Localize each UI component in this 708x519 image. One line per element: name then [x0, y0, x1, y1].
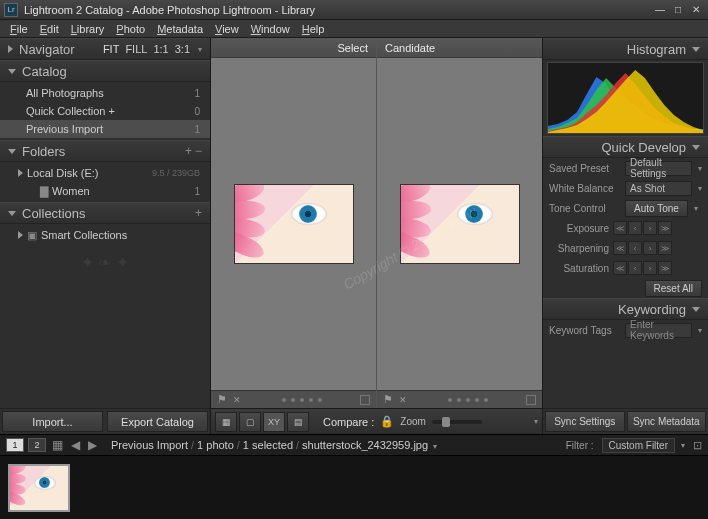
- select-image: [234, 184, 354, 264]
- ornament-icon: ✦ ❧ ✦: [0, 250, 210, 274]
- collection-item[interactable]: ▣ Smart Collections: [0, 226, 210, 244]
- exposure-steppers[interactable]: ≪‹›≫: [613, 221, 672, 235]
- collections-title: Collections: [22, 206, 195, 221]
- chevron-down-icon[interactable]: ▾: [698, 164, 702, 173]
- filter-label: Filter :: [566, 440, 594, 451]
- window-title: Lightroom 2 Catalog - Adobe Photoshop Li…: [24, 4, 652, 16]
- chevron-down-icon: [8, 149, 16, 154]
- catalog-item-quick[interactable]: Quick Collection +0: [0, 102, 210, 120]
- titlebar: Lr Lightroom 2 Catalog - Adobe Photoshop…: [0, 0, 708, 20]
- candidate-image-area[interactable]: [377, 58, 542, 390]
- color-label-icon[interactable]: [360, 395, 370, 405]
- folders-title: Folders: [22, 144, 185, 159]
- sync-settings-button[interactable]: Sync Settings: [545, 411, 625, 432]
- close-button[interactable]: ✕: [688, 3, 704, 17]
- candidate-image: [400, 184, 520, 264]
- filter-lock-icon[interactable]: ⊡: [693, 439, 702, 452]
- auto-tone-button[interactable]: Auto Tone: [625, 200, 688, 217]
- flag-icon[interactable]: ⚑: [217, 393, 227, 406]
- compare-view: Select ⚑ ✕ Candidate: [211, 38, 542, 408]
- select-header: Select: [211, 38, 376, 58]
- menubar: File Edit Library Photo Metadata View Wi…: [0, 20, 708, 38]
- white-balance-select[interactable]: As Shot: [625, 181, 692, 196]
- saved-preset-select[interactable]: Default Settings: [625, 161, 692, 176]
- reject-icon[interactable]: ✕: [397, 394, 409, 406]
- chevron-right-icon: [18, 169, 23, 177]
- right-panel: Histogram Quick Develop Saved Preset Def…: [542, 38, 708, 434]
- chevron-down-icon[interactable]: ▾: [694, 204, 698, 213]
- box-icon: ▣: [27, 229, 37, 242]
- grid-icon[interactable]: ▦: [50, 438, 65, 452]
- compare-label: Compare :: [323, 416, 374, 428]
- quick-develop-header[interactable]: Quick Develop: [543, 136, 708, 158]
- menu-metadata[interactable]: Metadata: [151, 21, 209, 37]
- monitor-tab-2[interactable]: 2: [28, 438, 46, 452]
- menu-edit[interactable]: Edit: [34, 21, 65, 37]
- saturation-steppers[interactable]: ≪‹›≫: [613, 261, 672, 275]
- saved-preset-label: Saved Preset: [549, 163, 621, 174]
- histogram-header[interactable]: Histogram: [543, 38, 708, 60]
- navigator-header[interactable]: Navigator FIT FILL 1:1 3:1 ▾: [0, 38, 210, 60]
- chevron-down-icon: [692, 145, 700, 150]
- select-footer: ⚑ ✕: [211, 390, 376, 408]
- saturation-label: Saturation: [549, 263, 609, 274]
- filmstrip[interactable]: [0, 456, 708, 519]
- filter-select[interactable]: Custom Filter: [602, 438, 675, 453]
- grid-view-button[interactable]: ▦: [215, 412, 237, 432]
- folders-body: Local Disk (E:) 9.5 / 239GB ▇ Women1: [0, 162, 210, 202]
- lock-icon[interactable]: 🔒: [380, 415, 394, 428]
- monitor-tab-1[interactable]: 1: [6, 438, 24, 452]
- menu-window[interactable]: Window: [245, 21, 296, 37]
- sharpening-steppers[interactable]: ≪‹›≫: [613, 241, 672, 255]
- quick-develop-title: Quick Develop: [551, 140, 686, 155]
- next-arrow-icon[interactable]: ▶: [86, 438, 99, 452]
- catalog-item-previous-import[interactable]: Previous Import1: [0, 120, 210, 138]
- catalog-body: All Photographs1 Quick Collection +0 Pre…: [0, 82, 210, 140]
- volume-row[interactable]: Local Disk (E:) 9.5 / 239GB: [0, 164, 210, 182]
- navigator-zoom-options[interactable]: FIT FILL 1:1 3:1 ▾: [103, 43, 202, 55]
- zoom-slider[interactable]: [432, 420, 482, 424]
- menu-library[interactable]: Library: [65, 21, 111, 37]
- catalog-item-all[interactable]: All Photographs1: [0, 84, 210, 102]
- menu-view[interactable]: View: [209, 21, 245, 37]
- select-image-area[interactable]: [211, 58, 376, 390]
- chevron-down-icon: [692, 307, 700, 312]
- maximize-button[interactable]: □: [670, 3, 686, 17]
- sync-metadata-button[interactable]: Sync Metadata: [627, 411, 707, 432]
- flag-icon[interactable]: ⚑: [383, 393, 393, 406]
- minimize-button[interactable]: —: [652, 3, 668, 17]
- chevron-down-icon[interactable]: ▾: [698, 326, 702, 335]
- folders-header[interactable]: Folders + −: [0, 140, 210, 162]
- chevron-down-icon: [692, 47, 700, 52]
- export-catalog-button[interactable]: Export Catalog: [107, 411, 208, 432]
- prev-arrow-icon[interactable]: ◀: [69, 438, 82, 452]
- breadcrumb[interactable]: Previous Import/1 photo/1 selected/shutt…: [111, 439, 437, 451]
- select-pane: Select ⚑ ✕: [211, 38, 377, 408]
- keyword-tags-input[interactable]: Enter Keywords: [625, 323, 692, 338]
- app-icon: Lr: [4, 3, 18, 17]
- catalog-header[interactable]: Catalog: [0, 60, 210, 82]
- chevron-down-icon: [8, 211, 16, 216]
- filmstrip-thumb[interactable]: [8, 464, 70, 512]
- toolbar-menu-icon[interactable]: ▾: [534, 417, 538, 426]
- collections-header[interactable]: Collections +: [0, 202, 210, 224]
- tone-control-label: Tone Control: [549, 203, 621, 214]
- reject-icon[interactable]: ✕: [231, 394, 243, 406]
- keywording-header[interactable]: Keywording: [543, 298, 708, 320]
- histogram-chart: [547, 62, 704, 134]
- loupe-view-button[interactable]: ▢: [239, 412, 261, 432]
- menu-photo[interactable]: Photo: [110, 21, 151, 37]
- folder-item[interactable]: ▇ Women1: [0, 182, 210, 200]
- chevron-right-icon: [18, 231, 23, 239]
- reset-all-button[interactable]: Reset All: [645, 280, 702, 297]
- import-button[interactable]: Import...: [2, 411, 103, 432]
- center-toolbar: ▦ ▢ XY ▤ Compare : 🔒 Zoom ▾: [211, 408, 542, 434]
- survey-view-button[interactable]: ▤: [287, 412, 309, 432]
- chevron-down-icon[interactable]: ▾: [681, 441, 685, 450]
- candidate-header: Candidate: [377, 38, 542, 58]
- menu-file[interactable]: File: [4, 21, 34, 37]
- chevron-down-icon[interactable]: ▾: [698, 184, 702, 193]
- color-label-icon[interactable]: [526, 395, 536, 405]
- compare-view-button[interactable]: XY: [263, 412, 285, 432]
- menu-help[interactable]: Help: [296, 21, 331, 37]
